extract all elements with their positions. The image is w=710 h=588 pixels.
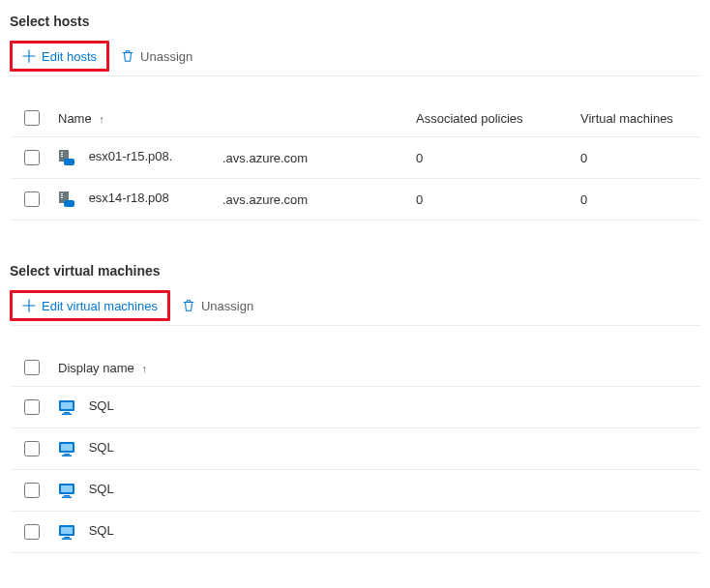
vm-display-name: SQL bbox=[89, 440, 114, 455]
row-checkbox[interactable] bbox=[24, 191, 40, 207]
svg-rect-7 bbox=[61, 195, 63, 196]
vm-icon bbox=[58, 398, 75, 416]
hosts-toolbar: Edit hosts Unassign bbox=[10, 41, 700, 72]
unassign-vms-label: Unassign bbox=[201, 299, 253, 313]
host-icon bbox=[58, 191, 75, 208]
edit-hosts-button[interactable]: Edit hosts bbox=[10, 41, 109, 72]
svg-rect-17 bbox=[62, 456, 72, 457]
vm-display-name: SQL bbox=[89, 398, 114, 413]
unassign-vms-button[interactable]: Unassign bbox=[172, 290, 263, 321]
table-row[interactable]: esx14-r18.p08 .avs.azure.com 0 0 bbox=[10, 179, 700, 220]
trash-icon bbox=[182, 299, 195, 312]
vms-section-title: Select virtual machines bbox=[10, 263, 700, 279]
table-row[interactable]: SQL bbox=[10, 512, 700, 553]
vms-toolbar: Edit virtual machines Unassign bbox=[10, 290, 700, 321]
svg-rect-13 bbox=[62, 414, 72, 416]
table-row[interactable]: SQL bbox=[10, 428, 700, 470]
svg-rect-11 bbox=[61, 402, 73, 409]
svg-rect-9 bbox=[64, 200, 74, 207]
vms-table: Display name ↑ SQL SQL SQL bbox=[10, 349, 700, 553]
host-vms: 0 bbox=[575, 137, 700, 179]
hosts-col-name[interactable]: Name bbox=[58, 111, 92, 126]
row-checkbox[interactable] bbox=[24, 399, 40, 415]
host-assoc: 0 bbox=[410, 137, 575, 179]
vm-display-name: SQL bbox=[89, 523, 114, 538]
svg-rect-4 bbox=[64, 159, 74, 165]
vm-icon bbox=[58, 482, 75, 499]
svg-rect-16 bbox=[64, 454, 70, 456]
table-row[interactable]: esx01-r15.p08. .avs.azure.com 0 0 bbox=[10, 137, 700, 179]
divider bbox=[10, 325, 700, 326]
vm-icon bbox=[58, 523, 75, 541]
svg-rect-15 bbox=[61, 444, 73, 451]
host-assoc: 0 bbox=[410, 179, 575, 220]
sort-ascending-icon: ↑ bbox=[141, 363, 147, 374]
host-vms: 0 bbox=[575, 179, 700, 220]
vms-select-all-checkbox[interactable] bbox=[24, 360, 40, 375]
unassign-hosts-button[interactable]: Unassign bbox=[111, 41, 202, 72]
table-row[interactable]: SQL bbox=[10, 387, 700, 428]
row-checkbox[interactable] bbox=[24, 150, 40, 165]
host-domain: .avs.azure.com bbox=[217, 179, 410, 220]
edit-hosts-label: Edit hosts bbox=[42, 49, 97, 64]
host-icon bbox=[58, 149, 75, 166]
vms-col-display-name[interactable]: Display name bbox=[58, 361, 134, 375]
hosts-col-assoc[interactable]: Associated policies bbox=[410, 100, 575, 137]
plus-icon bbox=[22, 299, 36, 312]
edit-vms-button[interactable]: Edit virtual machines bbox=[10, 290, 170, 321]
svg-rect-21 bbox=[62, 497, 72, 499]
vms-header-row: Display name ↑ bbox=[10, 349, 700, 387]
svg-rect-6 bbox=[61, 193, 63, 194]
svg-rect-8 bbox=[61, 197, 63, 198]
trash-icon bbox=[121, 49, 134, 63]
host-name: esx01-r15.p08. bbox=[89, 149, 173, 163]
hosts-col-vms[interactable]: Virtual machines bbox=[575, 100, 700, 137]
row-checkbox[interactable] bbox=[24, 483, 40, 498]
svg-rect-24 bbox=[64, 537, 70, 539]
svg-rect-23 bbox=[61, 527, 73, 534]
svg-rect-3 bbox=[61, 156, 63, 157]
sort-ascending-icon: ↑ bbox=[99, 113, 104, 125]
row-checkbox[interactable] bbox=[24, 524, 40, 540]
hosts-header-row: Name ↑ Associated policies Virtual machi… bbox=[10, 100, 700, 137]
divider bbox=[10, 75, 700, 76]
row-checkbox[interactable] bbox=[24, 441, 40, 456]
svg-rect-20 bbox=[64, 495, 70, 497]
unassign-hosts-label: Unassign bbox=[140, 49, 192, 64]
svg-rect-12 bbox=[64, 412, 70, 414]
svg-rect-25 bbox=[62, 539, 72, 541]
host-name: esx14-r18.p08 bbox=[89, 191, 169, 205]
hosts-section-title: Select hosts bbox=[10, 14, 700, 29]
svg-rect-1 bbox=[61, 152, 63, 153]
host-domain: .avs.azure.com bbox=[217, 137, 410, 179]
vm-display-name: SQL bbox=[89, 482, 114, 496]
table-row[interactable]: SQL bbox=[10, 470, 700, 512]
edit-vms-label: Edit virtual machines bbox=[42, 299, 158, 313]
plus-icon bbox=[22, 49, 36, 63]
hosts-table: Name ↑ Associated policies Virtual machi… bbox=[10, 100, 700, 220]
svg-rect-19 bbox=[61, 485, 73, 492]
vm-icon bbox=[58, 440, 75, 457]
hosts-select-all-checkbox[interactable] bbox=[24, 110, 40, 126]
svg-rect-2 bbox=[61, 154, 63, 155]
